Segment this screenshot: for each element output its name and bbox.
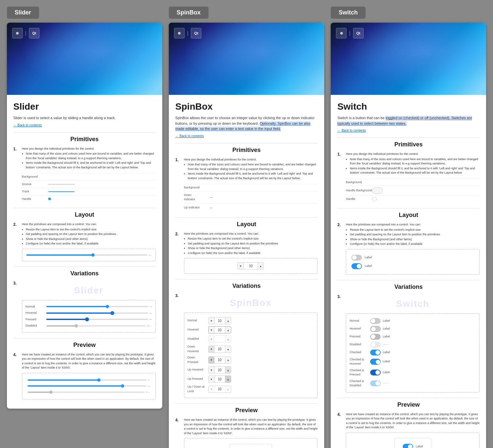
switch-layout-label-on: Label (365, 264, 372, 268)
switch-layout-row-on: Label (351, 262, 474, 270)
switch-primitives-title: Primitives (337, 141, 480, 148)
slider-hovered-value: — (149, 311, 152, 315)
spinbox-normal-down[interactable]: ▾ (209, 317, 214, 324)
spinbox-down-value: – (210, 194, 318, 200)
switch-panel-label: Switch (331, 7, 366, 19)
switch-handle-visual (372, 197, 377, 202)
spinbox-limit-up: ▴ (225, 386, 231, 393)
slider-preview-track1 (28, 379, 146, 381)
slider-var-pressed-label: Pressed (26, 317, 44, 322)
switch-handle-bg-visual (372, 187, 383, 194)
switch-cp-track[interactable] (370, 370, 381, 375)
spinbox-dh-down[interactable]: ▾ (209, 346, 214, 352)
spinbox-variations-body: SpinBox Normal ▾ 10 ▴ (184, 293, 318, 398)
slider-var-pressed: Pressed — (26, 316, 152, 323)
spinbox-up-down[interactable]: ▾ (209, 376, 214, 382)
slider-layout-list: Resize the Layout item to set the contro… (22, 227, 156, 246)
switch-pressed-track[interactable] (370, 334, 381, 340)
spinbox-limit-down: ▾ (209, 386, 214, 393)
slider-primitives-body: Here you design the individual primitive… (22, 147, 156, 203)
logo-divider: | (25, 31, 27, 36)
slider-var-pressed-demo: — (46, 317, 152, 321)
spinbox-normal-up[interactable]: ▴ (225, 317, 231, 324)
spinbox-uh-value: 10 (214, 368, 225, 373)
slider-primitive-track: Track (22, 188, 156, 195)
spinbox-hero-logos: ⊕ | Qt (174, 28, 202, 38)
switch-normal-knob (371, 319, 375, 323)
spinbox-logo-divider: | (187, 31, 189, 36)
slider-panel-card: ⊕ | Qt Slider Slider is used to select a… (7, 23, 162, 409)
switch-layout-track-on[interactable] (351, 263, 362, 269)
switch-layout-demo: Label Label (346, 249, 480, 275)
slider-var-normal-label: Normal (26, 305, 44, 309)
slider-primitive-bullet-1: Items inside the Background should fill … (26, 161, 156, 170)
switch-disabled-label: —— (383, 342, 389, 347)
spinbox-divider-4 (175, 403, 318, 404)
spinbox-var-hovered-label: Hovered (188, 328, 206, 332)
spinbox-limit-value: 10 (214, 387, 225, 392)
switch-var-disabled-demo: —— (370, 342, 476, 348)
switch-preview-track[interactable] (403, 444, 413, 448)
spinbox-preview-outer: ▾ 10 ▴ (229, 444, 272, 448)
switch-divider-3 (337, 280, 480, 280)
switch-back-link[interactable]: ← Back to contents (337, 129, 480, 132)
slider-content: Slider Slider is used to select a value … (7, 95, 162, 409)
slider-handle-value (48, 198, 156, 200)
spinbox-back-link[interactable]: ← Back to contents (175, 134, 318, 138)
switch-checked-track[interactable] (370, 350, 381, 355)
spinbox-dp-up[interactable]: ▴ (225, 357, 231, 363)
slider-divider-3 (13, 267, 156, 267)
switch-var-checked-pressed-name: Checked & Pressed (349, 368, 368, 377)
slider-disabled-handle (75, 324, 78, 328)
slider-handle-visual (48, 198, 51, 200)
slider-back-link[interactable]: ← Back to contents (13, 123, 156, 127)
switch-handle-bg-label: Handle Background (346, 188, 372, 193)
spinbox-layout-body: Here the primitives are composed into a … (184, 232, 318, 274)
switch-variations-demo: Normal Label Hovered Label (346, 313, 480, 393)
spinbox-layout-bullet-3: Configure (or hide) the icon and/or the … (188, 251, 318, 256)
spinbox-panel-wrapper: SpinBox ⊕ | Qt SpinBox SpinBox allows th… (169, 7, 324, 448)
spinbox-dh-value: 10 (214, 347, 225, 352)
spinbox-variations-number: 3. (175, 293, 181, 398)
switch-layout-row-off: Label (351, 253, 474, 262)
slider-preview-number: 4. (13, 352, 19, 400)
slider-pressed-handle (85, 317, 89, 321)
slider-groove-value (48, 184, 156, 184)
switch-primitive-handle-bg: Handle Background (346, 186, 480, 195)
switch-variations-title: Variations (337, 284, 480, 290)
slider-hovered-handle (110, 311, 114, 315)
switch-hovered-track[interactable] (370, 326, 381, 332)
spinbox-uh-up[interactable]: ▴ (225, 367, 231, 373)
spinbox-hovered-up[interactable]: ▴ (225, 327, 231, 333)
spinbox-layout-value: 10 (244, 264, 258, 268)
slider-layout-bullet-2: Show or hide the Background (and other i… (26, 237, 156, 242)
spinbox-up-up[interactable]: ▴ (225, 376, 231, 382)
spinbox-dp-down[interactable]: ▾ (209, 357, 214, 363)
slider-value-label: — (149, 253, 151, 257)
spinbox-uh-down[interactable]: ▾ (209, 367, 214, 373)
slider-disabled-value: 0 — (147, 324, 152, 328)
spinbox-hovered-down[interactable]: ▾ (209, 327, 214, 333)
switch-ch-track[interactable] (370, 359, 381, 365)
switch-desc-highlight: toggled on (checked) or off (unchecked).… (337, 116, 472, 126)
spinbox-desc-highlight: Optionally, SpinBox can be also made edi… (175, 121, 310, 131)
spinbox-var-limit-label: Up / Down at Limit (188, 385, 206, 394)
spinbox-down-pressed-field: ▾ 10 ▴ (208, 356, 231, 364)
switch-normal-track[interactable] (370, 318, 381, 324)
switch-layout-number: 2. (337, 223, 343, 275)
spinbox-disabled-down: ▾ (209, 336, 214, 342)
spinbox-var-limit-demo: ▾ 10 ▴ (208, 386, 314, 393)
switch-layout-track-off[interactable] (351, 255, 362, 261)
switch-checked-knob (375, 350, 380, 355)
spinbox-layout-up-btn[interactable]: ▴ (258, 263, 263, 269)
switch-var-checked: Checked Label (349, 349, 476, 356)
slider-normal-fill (46, 306, 107, 307)
spinbox-layout-down-btn[interactable]: ▾ (238, 263, 244, 269)
switch-primitive-bullet-0: Note that many of the sizes and colours … (350, 157, 480, 166)
spinbox-var-up-pressed-demo: ▾ 10 ▴ (208, 375, 314, 383)
spinbox-dh-up[interactable]: ▴ (225, 346, 231, 352)
spinbox-preview-visual: ▾ 10 ▴ (190, 444, 312, 448)
slider-hovered-track (46, 312, 148, 314)
switch-primitive-handle: Handle (346, 195, 480, 203)
spinbox-preview-number: 4. (175, 418, 181, 448)
